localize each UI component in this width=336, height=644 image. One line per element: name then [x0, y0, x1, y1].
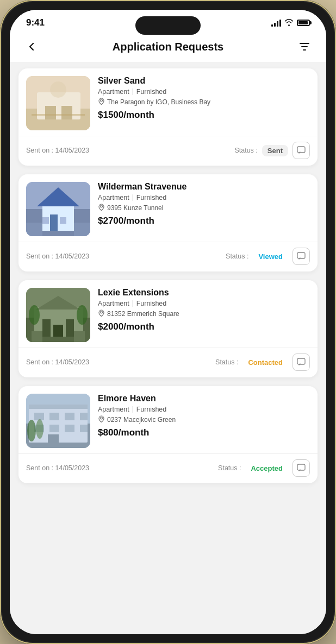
status-label-elmore-haven: Status :: [218, 464, 241, 472]
app-header: Application Requests: [10, 31, 326, 62]
tag-divider-wilderman-stravenue: [133, 194, 133, 201]
card-top-lexie-extensions: Lexie Extensions Apartment Furnished 813…: [18, 280, 318, 348]
property-furnishing-lexie-extensions: Furnished: [136, 300, 167, 307]
sent-on-wilderman-stravenue: Sent on : 14/05/2023: [26, 252, 89, 260]
property-location-silver-sand: The Paragon by IGO, Business Bay: [98, 98, 310, 106]
back-button[interactable]: [22, 37, 41, 56]
svg-rect-45: [48, 434, 59, 448]
status-area-silver-sand: Status : Sent: [234, 142, 310, 159]
property-type-wilderman-stravenue: Apartment: [98, 194, 129, 201]
property-tags-silver-sand: Apartment Furnished: [98, 88, 310, 96]
chat-button-wilderman-stravenue[interactable]: [293, 248, 310, 265]
property-name-silver-sand: Silver Sand: [98, 76, 310, 86]
property-name-elmore-haven: Elmore Haven: [98, 394, 310, 403]
property-card-lexie-extensions: Lexie Extensions Apartment Furnished 813…: [18, 280, 318, 377]
svg-rect-39: [65, 413, 74, 420]
property-type-lexie-extensions: Apartment: [98, 300, 129, 307]
sent-on-lexie-extensions: Sent on : 14/05/2023: [26, 358, 89, 366]
property-image-silver-sand[interactable]: [26, 76, 90, 130]
card-top-silver-sand: Silver Sand Apartment Furnished The Para…: [18, 68, 318, 136]
property-type-silver-sand: Apartment: [98, 88, 129, 96]
sent-on-silver-sand: Sent on : 14/05/2023: [26, 147, 89, 154]
svg-rect-4: [45, 106, 56, 119]
card-footer-elmore-haven: Sent on : 14/05/2023 Status : Accepted: [18, 453, 318, 483]
property-name-wilderman-stravenue: Wilderman Stravenue: [98, 182, 310, 192]
svg-rect-6: [32, 114, 85, 116]
property-image-elmore-haven[interactable]: [26, 394, 90, 448]
chat-button-elmore-haven[interactable]: [293, 459, 310, 477]
chat-button-silver-sand[interactable]: [293, 142, 310, 159]
svg-rect-15: [42, 217, 49, 224]
svg-rect-16: [26, 223, 42, 236]
svg-point-31: [101, 311, 103, 313]
svg-rect-36: [29, 405, 88, 409]
property-info-elmore-haven: Elmore Haven Apartment Furnished 0237 Ma…: [98, 394, 310, 448]
svg-rect-14: [60, 217, 66, 224]
svg-rect-38: [49, 413, 59, 420]
card-top-elmore-haven: Elmore Haven Apartment Furnished 0237 Ma…: [18, 386, 318, 453]
sent-on-elmore-haven: Sent on : 14/05/2023: [26, 464, 89, 472]
property-info-silver-sand: Silver Sand Apartment Furnished The Para…: [98, 76, 310, 130]
location-text-wilderman-stravenue: 9395 Kunze Tunnel: [107, 204, 163, 212]
property-furnishing-elmore-haven: Furnished: [136, 406, 167, 413]
tag-divider-silver-sand: [133, 89, 133, 95]
status-label-lexie-extensions: Status :: [215, 358, 238, 366]
card-top-wilderman-stravenue: Wilderman Stravenue Apartment Furnished …: [18, 174, 318, 242]
location-pin-icon-silver-sand: [98, 98, 105, 106]
property-card-wilderman-stravenue: Wilderman Stravenue Apartment Furnished …: [18, 174, 318, 272]
svg-rect-8: [297, 147, 305, 153]
svg-rect-42: [49, 425, 59, 432]
status-time: 9:41: [26, 17, 45, 28]
svg-point-18: [101, 205, 103, 207]
svg-rect-24: [42, 319, 51, 337]
svg-rect-37: [34, 413, 44, 420]
location-text-lexie-extensions: 81352 Emmerich Square: [107, 310, 179, 318]
svg-rect-19: [297, 252, 305, 258]
filter-button[interactable]: [295, 37, 314, 56]
status-badge-elmore-haven: Accepted: [245, 463, 288, 474]
status-area-lexie-extensions: Status : Contacted: [215, 353, 310, 371]
svg-point-48: [101, 417, 103, 419]
phone-screen: 9:41: [10, 10, 326, 634]
svg-rect-32: [297, 358, 305, 364]
property-image-wilderman-stravenue[interactable]: [26, 182, 90, 236]
property-info-wilderman-stravenue: Wilderman Stravenue Apartment Furnished …: [98, 182, 310, 236]
tag-divider-elmore-haven: [133, 406, 133, 413]
svg-point-47: [36, 419, 43, 439]
svg-point-46: [27, 420, 36, 441]
location-pin-icon-wilderman-stravenue: [98, 204, 105, 212]
location-text-elmore-haven: 0237 Macejkovic Green: [107, 416, 176, 424]
location-pin-icon-lexie-extensions: [98, 310, 105, 318]
status-badge-lexie-extensions: Contacted: [242, 357, 288, 368]
property-info-lexie-extensions: Lexie Extensions Apartment Furnished 813…: [98, 288, 310, 342]
svg-rect-25: [66, 319, 74, 337]
svg-rect-5: [61, 106, 72, 119]
svg-rect-44: [80, 425, 88, 432]
signal-bars-icon: [271, 19, 281, 27]
property-price-wilderman-stravenue: $2700/month: [98, 216, 310, 226]
location-text-silver-sand: The Paragon by IGO, Business Bay: [107, 98, 210, 106]
chat-button-lexie-extensions[interactable]: [293, 353, 310, 371]
tag-divider-lexie-extensions: [133, 300, 133, 307]
phone-frame: 9:41: [0, 0, 336, 644]
dynamic-island: [135, 16, 201, 35]
svg-point-7: [101, 99, 103, 102]
status-label-silver-sand: Status :: [234, 147, 257, 154]
property-price-lexie-extensions: $2000/month: [98, 321, 310, 332]
property-location-wilderman-stravenue: 9395 Kunze Tunnel: [98, 204, 310, 212]
property-list: Silver Sand Apartment Furnished The Para…: [10, 62, 326, 634]
property-price-elmore-haven: $800/month: [98, 427, 310, 438]
property-image-lexie-extensions[interactable]: [26, 288, 90, 342]
wifi-icon: [284, 18, 294, 28]
svg-point-29: [29, 305, 40, 325]
status-icons: [271, 18, 310, 28]
status-label-wilderman-stravenue: Status :: [226, 252, 248, 260]
page-title: Application Requests: [113, 41, 223, 53]
card-footer-silver-sand: Sent on : 14/05/2023 Status : Sent: [18, 136, 318, 166]
location-pin-icon-elmore-haven: [98, 415, 105, 424]
property-location-lexie-extensions: 81352 Emmerich Square: [98, 310, 310, 318]
svg-point-3: [50, 81, 66, 98]
svg-rect-43: [65, 425, 74, 432]
property-price-silver-sand: $1500/month: [98, 110, 310, 121]
status-area-wilderman-stravenue: Status : Viewed: [226, 248, 310, 265]
